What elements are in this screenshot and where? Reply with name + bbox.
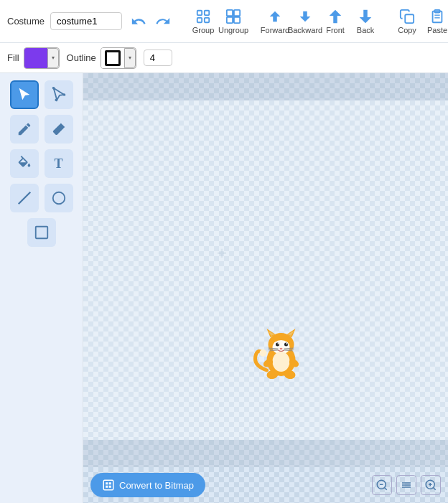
svg-rect-6 (227, 17, 233, 22)
brush-tool[interactable] (10, 115, 39, 144)
svg-rect-49 (109, 482, 111, 484)
cat-sprite (246, 319, 314, 390)
svg-point-46 (260, 349, 267, 357)
svg-point-34 (280, 348, 283, 349)
zoom-in-button[interactable] (421, 475, 441, 495)
main-area: T + (0, 73, 448, 503)
rect-tool[interactable] (27, 218, 56, 247)
svg-rect-10 (405, 14, 414, 23)
svg-point-41 (273, 352, 290, 372)
outline-color-dropdown[interactable]: ▾ (124, 48, 136, 68)
fill-tool[interactable] (10, 149, 39, 178)
tool-row-4 (7, 184, 75, 212)
svg-point-31 (284, 343, 288, 347)
toolbox: T (0, 73, 83, 503)
tool-row-2 (7, 115, 75, 144)
outline-section: Outline ▾ (67, 47, 136, 69)
front-button[interactable]: Front (323, 7, 347, 36)
convert-to-bitmap-label: Convert to Bitmap (119, 480, 194, 491)
redo-button[interactable] (152, 12, 174, 31)
group-button[interactable]: Group (191, 7, 215, 36)
backward-label: Backward (288, 26, 322, 34)
fill-color-swatch[interactable] (24, 48, 47, 68)
back-label: Back (357, 26, 374, 34)
svg-rect-20 (35, 227, 47, 239)
paste-button[interactable]: Paste (425, 7, 448, 36)
svg-rect-7 (234, 17, 240, 22)
tool-row-3: T (7, 149, 75, 178)
svg-rect-47 (103, 480, 113, 490)
svg-rect-48 (106, 482, 108, 484)
svg-rect-5 (234, 9, 240, 15)
ellipse-tool[interactable] (45, 184, 73, 212)
fill-color-dropdown[interactable]: ▾ (47, 48, 59, 68)
svg-point-33 (286, 343, 288, 344)
line-tool[interactable] (10, 184, 39, 212)
canvas-area: + (83, 73, 448, 503)
costume-label: Costume (7, 16, 45, 27)
ungroup-button[interactable]: Ungroup (221, 7, 246, 36)
reshape-tool[interactable] (45, 80, 73, 109)
back-button[interactable]: Back (353, 7, 378, 36)
zoom-reset-button[interactable] (396, 475, 416, 495)
outline-color-picker[interactable]: ▾ (101, 47, 136, 69)
paste-label: Paste (427, 26, 447, 34)
zoom-out-button[interactable] (372, 475, 392, 495)
svg-rect-4 (227, 9, 233, 15)
svg-point-16 (62, 93, 65, 96)
fill-label: Fill (7, 52, 19, 63)
convert-to-bitmap-button[interactable]: Convert to Bitmap (90, 473, 205, 497)
outline-label: Outline (67, 52, 96, 63)
second-toolbar: Fill ▾ Outline ▾ (0, 43, 448, 73)
svg-rect-0 (197, 10, 202, 14)
text-tool[interactable]: T (45, 149, 73, 178)
canvas-main: + (83, 73, 448, 467)
copy-label: Copy (398, 26, 416, 34)
costume-name-input[interactable] (50, 12, 122, 30)
tool-row-1 (7, 80, 75, 109)
canvas-bottom-bar: Convert to Bitmap (83, 467, 448, 503)
canvas-drawing-area[interactable]: + (83, 100, 448, 440)
svg-rect-1 (205, 10, 209, 14)
zoom-controls (372, 475, 441, 495)
canvas-watermark: + (217, 243, 227, 263)
copy-button[interactable]: Copy (395, 7, 419, 36)
svg-rect-3 (205, 17, 209, 22)
forward-label: Forward (261, 26, 289, 34)
top-toolbar: Costume Group Ungroup Forward Backward F… (0, 0, 448, 43)
tool-row-5 (7, 218, 75, 247)
svg-line-59 (433, 487, 435, 489)
fill-section: Fill ▾ (7, 47, 60, 69)
eraser-tool[interactable] (45, 115, 73, 144)
select-tool[interactable] (10, 80, 39, 109)
forward-button[interactable]: Forward (263, 7, 287, 36)
undo-button[interactable] (128, 12, 149, 31)
svg-point-32 (278, 343, 279, 344)
undo-redo-group (128, 12, 174, 31)
svg-point-15 (52, 87, 55, 90)
backward-button[interactable]: Backward (293, 7, 317, 36)
svg-point-30 (276, 343, 279, 347)
fill-color-picker[interactable]: ▾ (24, 47, 60, 69)
svg-rect-50 (106, 486, 108, 488)
ungroup-label: Ungroup (218, 26, 248, 34)
svg-point-19 (52, 192, 65, 205)
svg-line-53 (384, 487, 386, 489)
svg-point-17 (55, 99, 57, 102)
canvas-top-strip (83, 73, 448, 100)
thickness-input[interactable] (144, 50, 172, 66)
svg-rect-2 (197, 17, 202, 22)
canvas-bottom-strip (83, 440, 448, 467)
svg-rect-51 (109, 486, 111, 488)
svg-line-18 (18, 192, 30, 205)
front-label: Front (326, 26, 345, 34)
group-label: Group (192, 26, 215, 34)
outline-color-swatch[interactable] (101, 48, 124, 68)
